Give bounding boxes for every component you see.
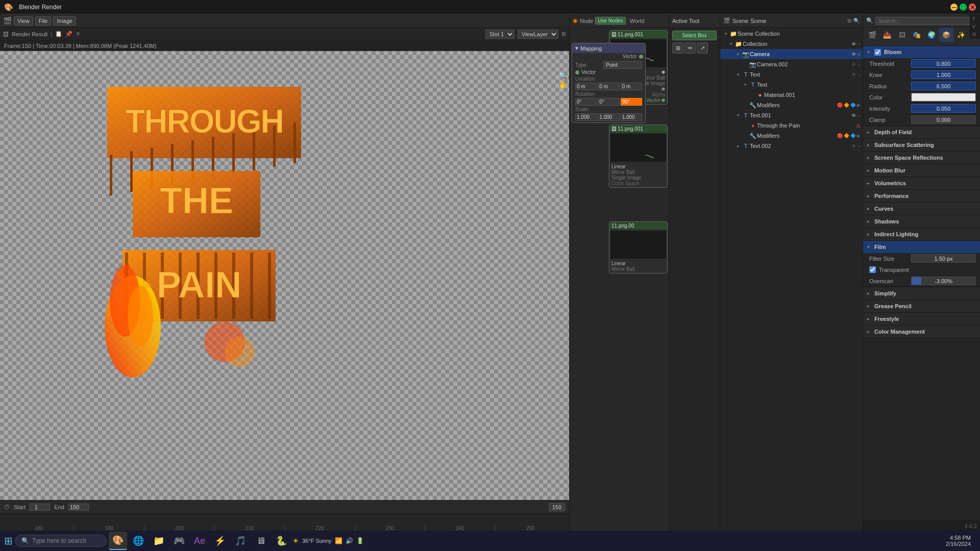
cam-eye[interactable]: 👁	[851, 52, 856, 57]
slot-select[interactable]: Slot 1	[485, 30, 514, 39]
collection-item[interactable]: ▾ 📁 Collection 👁 ○	[720, 39, 863, 49]
scale-y[interactable]: 1.000	[598, 113, 619, 121]
cursor-icon[interactable]: ↗	[697, 42, 708, 54]
radius-val[interactable]: 6.500	[911, 82, 976, 90]
scale-x[interactable]: 1.000	[575, 113, 597, 121]
curves-header[interactable]: ▸ Curves	[863, 203, 980, 215]
text002-item[interactable]: ▸ T Text.002 👁 ○	[720, 141, 863, 151]
ssr-header[interactable]: ▸ Screen Space Reflections	[863, 152, 980, 164]
outliner-search-icon[interactable]: 🔍	[853, 18, 860, 23]
perf-header[interactable]: ▸ Performance	[863, 190, 980, 202]
t002-restrict[interactable]: ○	[857, 143, 861, 149]
grid-icon[interactable]: ⊞	[672, 42, 683, 54]
bloom-header[interactable]: ▾ Bloom	[863, 46, 980, 58]
start-button[interactable]: ⊞	[4, 535, 13, 547]
loc-y[interactable]: 0 m	[598, 83, 619, 90]
filter-size-val[interactable]: 1.50 px	[911, 254, 976, 263]
search-bar[interactable]: 🔍 Type here to search	[15, 535, 107, 547]
modifiers-item[interactable]: 🔧 Modifiers 🔴 🔶 🔷 ▶	[720, 100, 863, 110]
props-search-input[interactable]	[875, 17, 977, 25]
timeline-start[interactable]	[30, 504, 50, 511]
game-taskbar-app[interactable]: 🎮	[170, 532, 188, 550]
gp-header[interactable]: ▸ Grease Pencil	[863, 300, 980, 312]
timeline-end[interactable]	[68, 504, 89, 511]
coll-hide[interactable]: ○	[857, 41, 861, 47]
threshold-val[interactable]: 0.800	[911, 59, 976, 68]
text001-item[interactable]: ▾ T Text.001 👁 ○	[720, 110, 863, 120]
mapping-type[interactable]: Point	[603, 61, 642, 69]
rot-y[interactable]: 0°	[598, 98, 619, 106]
material-item[interactable]: ● Material.001	[720, 90, 863, 100]
vol-header[interactable]: ▸ Volumetrics	[863, 177, 980, 189]
output-prop-icon[interactable]: 📤	[880, 28, 894, 42]
options-tab[interactable]: O	[971, 31, 979, 38]
cm-header[interactable]: ▸ Color Management	[863, 325, 980, 338]
color-val[interactable]	[911, 93, 976, 102]
view-layer-select[interactable]: ViewLayer	[518, 30, 558, 39]
intensity-val[interactable]: 0.050	[911, 104, 976, 113]
loc-z[interactable]: 0 m	[621, 83, 642, 90]
view-menu[interactable]: View	[14, 16, 33, 26]
text-g-eye[interactable]: 👁	[851, 72, 856, 78]
t001-restrict[interactable]: ○	[857, 113, 861, 118]
text-g-restrict[interactable]: ○	[857, 72, 861, 78]
use-nodes-button[interactable]: Use Nodes	[595, 17, 625, 24]
cam002-eye[interactable]: 👁	[851, 62, 856, 67]
text-child-item[interactable]: ▾ T Text	[720, 80, 863, 90]
film-header[interactable]: ▾ Film	[863, 241, 980, 253]
pan-tool[interactable]: ✋	[558, 81, 567, 89]
window-controls[interactable]: ─ □ ✕	[950, 4, 976, 11]
scale-z[interactable]: 1.000	[621, 113, 642, 121]
rot-x[interactable]: 0°	[575, 98, 597, 106]
minimize-button[interactable]: ─	[950, 4, 958, 11]
object-prop-icon[interactable]: 📦	[939, 28, 953, 42]
app7-taskbar[interactable]: 🖥	[252, 532, 270, 550]
shadows-header[interactable]: ▸ Shadows	[863, 215, 980, 228]
app5-taskbar[interactable]: ⚡	[211, 532, 229, 550]
scene-prop-icon[interactable]: 🎭	[910, 28, 924, 42]
blender-taskbar-app[interactable]: 🎨	[109, 532, 127, 550]
loc-x[interactable]: 0 m	[575, 83, 597, 90]
brush-icon[interactable]: ✏	[684, 42, 696, 54]
fs-header[interactable]: ▸ Freestyle	[863, 313, 980, 325]
mod2-item[interactable]: 🔧 Modifiers 🔴 🔶 🔷 ▶	[720, 131, 863, 141]
cam002-restrict[interactable]: ○	[857, 62, 861, 67]
mb-header[interactable]: ▸ Motion Blur	[863, 164, 980, 177]
close-button[interactable]: ✕	[969, 4, 976, 11]
render-prop-icon[interactable]: 🎬	[865, 28, 879, 42]
bloom-checkbox[interactable]	[874, 49, 881, 56]
zoom-tool[interactable]: 🔍	[558, 71, 567, 80]
sss-header[interactable]: ▸ Subsurface Scattering	[863, 139, 980, 151]
view-layer-icon[interactable]: 🖼	[895, 28, 909, 42]
app8-taskbar[interactable]: 🐍	[272, 532, 290, 550]
outliner-filter-icon[interactable]: ⊞	[847, 18, 851, 23]
transparent-checkbox[interactable]	[869, 266, 876, 273]
t001-eye[interactable]: 👁	[851, 113, 856, 118]
overscan-slider[interactable]: -3.00%	[911, 277, 976, 285]
camera002-item[interactable]: 📷 Camera.002 👁 ○	[720, 59, 863, 69]
scene-collection-item[interactable]: ▾ 📁 Scene Collection	[720, 29, 863, 39]
rot-z[interactable]: 90°	[621, 98, 642, 106]
text-group-item[interactable]: ▾ T Text 👁 ○	[720, 69, 863, 80]
node-canvas[interactable]: ▾ Mapping Vector Type: Point Vector	[570, 28, 669, 531]
t002-eye[interactable]: 👁	[851, 143, 856, 149]
il-header[interactable]: ▸ Indirect Lighting	[863, 228, 980, 240]
view-tab[interactable]: V	[971, 23, 979, 30]
clamp-val[interactable]: 0.000	[911, 115, 976, 124]
coll-eye[interactable]: 👁	[851, 41, 856, 47]
show-desktop-button[interactable]	[973, 532, 976, 550]
cam-restrict[interactable]: ○	[857, 52, 861, 57]
explorer-taskbar-app[interactable]: 📁	[150, 532, 168, 550]
app6-taskbar[interactable]: 🎵	[231, 532, 250, 550]
knee-val[interactable]: 1.000	[911, 70, 976, 79]
particles-icon[interactable]: ✨	[954, 28, 968, 42]
dof-header[interactable]: ▸ Depth of Field	[863, 126, 980, 138]
camera-item[interactable]: ▸ 📷 Camera 👁 ○	[720, 49, 863, 59]
select-box-button[interactable]: Select Box	[672, 31, 717, 40]
tool-tab[interactable]: T	[971, 15, 979, 22]
through-pain-item[interactable]: ♦ Through the Pain ⚠	[720, 120, 863, 131]
mapping-node-collapse[interactable]: ▾	[575, 45, 578, 52]
file-menu[interactable]: File	[35, 16, 52, 26]
ae-taskbar-app[interactable]: Ae	[190, 532, 209, 550]
maximize-button[interactable]: □	[960, 4, 967, 11]
